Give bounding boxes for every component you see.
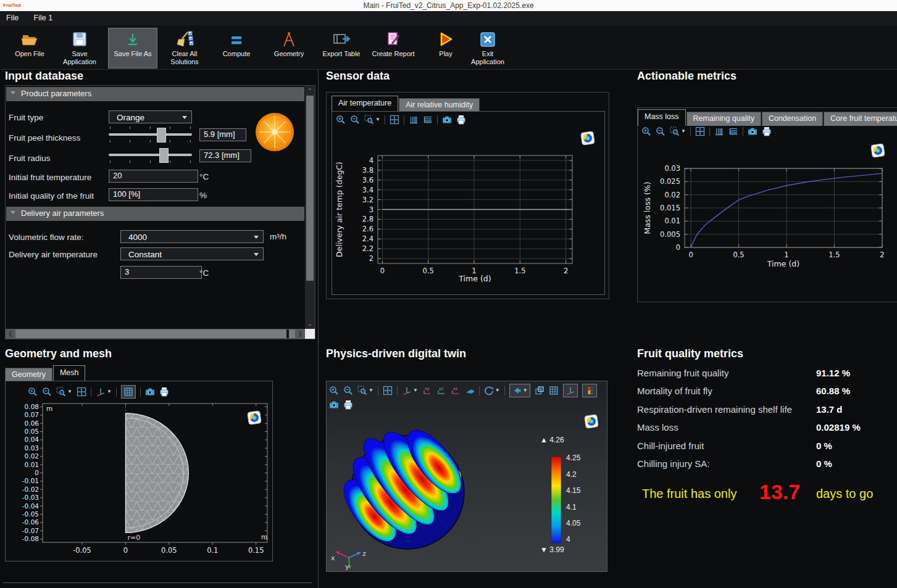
colorbar-max-marker: ▲ 4.26 [540,436,564,444]
save-file-as-button[interactable]: Save File As [108,28,157,68]
play-button[interactable]: Play [427,28,464,68]
scroll-right-arrow[interactable]: ❯ [295,329,305,339]
tab-geometry[interactable]: Geometry [5,368,52,382]
snapshot-button[interactable] [748,126,757,136]
slider-ticks [110,140,191,143]
zoom-box-button[interactable]: ▼ [670,126,686,136]
export-table-button[interactable]: Export Table [319,28,364,68]
transparency-button[interactable] [535,386,544,395]
zoom-out-button[interactable] [656,126,665,136]
show-color-legend-button[interactable] [582,384,597,397]
volumetric-flow-rate-dropdown[interactable]: 4000 [120,230,264,243]
svg-text:2: 2 [880,251,884,259]
menu-file[interactable]: File [0,11,25,22]
tab-mass-loss[interactable]: Mass loss [638,109,686,126]
menu-file1[interactable]: File 1 [28,11,59,22]
svg-text:0: 0 [123,546,128,555]
rotate-view-button[interactable]: ▼ [484,386,500,395]
scrollbar-thumb[interactable] [15,329,295,338]
fruit-radius-slider[interactable] [109,147,192,163]
fruit-peel-thickness-value[interactable]: 5.9 [mm] [199,128,246,141]
chevron-down-icon [254,253,259,256]
horizontal-scrollbar[interactable]: ❮ ❯ [6,329,305,339]
svg-text:0.02: 0.02 [25,452,39,460]
svg-text:3: 3 [369,205,373,214]
tab-mesh[interactable]: Mesh [53,365,86,382]
caret-down-icon: ▼ [523,388,528,393]
create-report-button[interactable]: Create Report [370,28,417,68]
tab-air-relative-humidity[interactable]: Air relative humidity [399,98,480,112]
delivery-air-temperature-dropdown[interactable]: Constant [120,247,264,260]
scroll-down-arrow[interactable]: ⌄ [305,319,315,329]
delivery-air-temperature-input[interactable]: 3 [120,266,202,279]
zoom-out-button[interactable] [343,386,353,395]
tab-remaining-quality[interactable]: Remaining quality [686,112,761,126]
zoom-extents-button[interactable] [695,126,705,136]
svg-text:0.025: 0.025 [660,177,680,186]
slider-ticks [110,126,191,129]
initial-fruit-temperature-input[interactable]: 20 [109,170,198,183]
exit-application-button[interactable]: Exit Application [464,28,511,68]
fruit-radius-value[interactable]: 72.3 [mm] [199,149,251,162]
tab-condensation[interactable]: Condensation [762,112,823,126]
tab-core-fruit-temperature[interactable]: Core fruit temperature [824,112,897,126]
default-view-button[interactable]: ▼ [509,384,530,397]
column-divider[interactable] [318,69,319,588]
vertical-scrollbar[interactable]: ⌃ ⌄ [305,86,315,329]
orientation-triad: x z y [331,550,366,570]
fruit-type-label: Fruit type [9,113,43,122]
slider-track[interactable] [109,133,192,136]
print-button[interactable] [343,400,353,410]
caret-down-icon: ▼ [369,388,373,393]
product-parameters-header[interactable]: Product parameters [6,87,304,101]
collapse-triangle-icon [10,211,15,214]
initial-quality-input[interactable]: 100 [%] [109,188,198,201]
y-axis-log-button[interactable] [728,126,738,136]
slider-ticks [110,160,191,163]
zoom-in-button[interactable] [641,126,651,136]
color-legend-icon [585,386,595,395]
caret-down-icon: ▼ [413,388,418,393]
slider-track[interactable] [109,154,192,156]
tab-air-temperature[interactable]: Air temperature [332,96,398,112]
clear-all-solutions-button[interactable]: Clear All Solutions [161,28,209,68]
view-xy-button[interactable] [422,386,432,395]
toolbar-label: Geometry [267,50,311,58]
print-button[interactable] [762,126,772,136]
y-axis-grid-icon [728,126,738,136]
open-file-button[interactable]: Open File [9,28,51,68]
scroll-left-arrow[interactable]: ❮ [6,329,15,339]
metric-value: 0 % [816,458,832,469]
delivery-air-parameters-header[interactable]: Delivery air parameters [6,207,304,221]
snapshot-button[interactable] [329,400,339,410]
scrollbar-corner [305,329,315,339]
scrollbar-thumb[interactable] [306,96,314,281]
zoom-box-button[interactable]: ▼ [357,386,373,395]
save-application-button[interactable]: Save Application [56,28,104,68]
app-window: FruiTed Main - FruiTed_v2_Citrus_App_Exp… [0,0,897,588]
perspective-button[interactable] [465,386,475,395]
scroll-up-arrow[interactable]: ⌃ [305,86,315,96]
compute-button[interactable]: Compute [215,28,258,68]
zoom-extents-button[interactable] [383,386,393,395]
show-axes-button[interactable] [563,384,578,397]
axis-orientation-button[interactable]: ▼ [402,386,418,395]
svg-text:2.6: 2.6 [362,225,373,233]
rotate-icon [484,386,494,395]
camera-icon [329,400,339,410]
x-axis-log-button[interactable] [714,126,724,136]
section-label: Product parameters [21,89,91,98]
actionable-tabs: Mass lossRemaining qualityCondensationCo… [638,109,897,126]
fruit-type-dropdown[interactable]: Orange [109,110,192,123]
scene-grid-button[interactable] [549,386,559,395]
view-xz-button[interactable] [451,386,461,395]
svg-text:-0.07: -0.07 [22,527,39,534]
metric-label: Mass loss [637,422,678,433]
fruit-peel-thickness-slider[interactable] [109,126,192,143]
printer-icon [343,400,353,410]
caret-down-icon: ▼ [495,388,500,393]
view-yz-button[interactable] [436,386,446,395]
geometry-button[interactable]: Geometry [267,28,311,68]
main-toolbar: Open File Save Application Save File As … [0,25,897,70]
zoom-in-button[interactable] [329,386,339,395]
